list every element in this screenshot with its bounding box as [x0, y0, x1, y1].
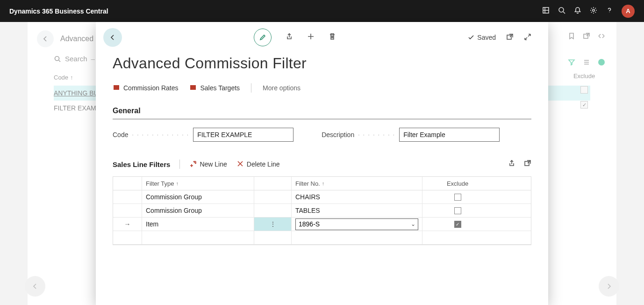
- column-header-filter-no[interactable]: Filter No.↑: [292, 177, 422, 190]
- action-commission-rates[interactable]: Commission Rates: [113, 84, 178, 93]
- new-line-button[interactable]: New Line: [189, 160, 227, 169]
- save-status: Saved: [467, 34, 496, 41]
- share-subpart-icon[interactable]: [508, 160, 515, 169]
- description-input[interactable]: [399, 128, 500, 142]
- dots: · · · · · · · ·: [358, 131, 395, 138]
- app-finder-icon[interactable]: [542, 7, 550, 16]
- new-icon[interactable]: [307, 33, 315, 42]
- delete-line-icon: [236, 160, 244, 169]
- description-label: Description: [322, 131, 354, 138]
- edit-icon[interactable]: [254, 29, 272, 46]
- search-icon[interactable]: [558, 7, 565, 16]
- delete-icon[interactable]: [329, 33, 336, 42]
- column-header-exclude[interactable]: Exclude: [422, 177, 493, 190]
- app-title: Dynamics 365 Business Central: [9, 7, 542, 15]
- table-row[interactable]: Commission Group TABLES: [113, 204, 531, 218]
- table-row[interactable]: [113, 231, 531, 245]
- filters-grid: Filter Type↑ Filter No.↑ Exclude Commiss…: [113, 176, 531, 245]
- gear-icon[interactable]: [590, 7, 597, 16]
- record-card: Saved Advanced Commission Filter Commiss…: [96, 22, 548, 305]
- filter-no-input[interactable]: [295, 218, 418, 230]
- avatar[interactable]: A: [622, 5, 635, 18]
- new-line-icon: [189, 160, 197, 169]
- modal-back-button[interactable]: [103, 28, 122, 47]
- help-icon[interactable]: [606, 7, 613, 16]
- expand-icon[interactable]: [524, 33, 531, 42]
- action-more-options[interactable]: More options: [263, 84, 301, 92]
- popout-subpart-icon[interactable]: [524, 160, 531, 169]
- row-menu-button[interactable]: ⋮: [254, 218, 292, 231]
- page-title: Advanced Commission Filter: [113, 53, 531, 79]
- svg-rect-7: [114, 85, 119, 90]
- exclude-checkbox[interactable]: [454, 207, 461, 214]
- sales-targets-icon: [189, 84, 197, 93]
- svg-rect-8: [190, 85, 196, 90]
- column-header-filter-type[interactable]: Filter Type↑: [142, 177, 254, 190]
- dots: · · · · · · · · · · · ·: [132, 131, 189, 138]
- table-row[interactable]: → Item ⋮ ⌄ ✓: [113, 218, 531, 231]
- section-general: General: [113, 98, 531, 119]
- action-sales-targets[interactable]: Sales Targets: [189, 84, 240, 93]
- svg-point-1: [559, 7, 564, 12]
- current-row-indicator: →: [113, 218, 142, 231]
- delete-line-button[interactable]: Delete Line: [236, 160, 280, 169]
- commission-rates-icon: [113, 84, 120, 93]
- exclude-checkbox[interactable]: [454, 194, 461, 201]
- exclude-checkbox[interactable]: ✓: [454, 221, 461, 228]
- svg-point-2: [593, 9, 594, 11]
- code-input[interactable]: [193, 128, 293, 142]
- section-sales-line-filters: Sales Line Filters: [113, 160, 170, 168]
- table-row[interactable]: Commission Group CHAIRS: [113, 190, 531, 204]
- bell-icon[interactable]: [574, 7, 581, 16]
- popout-icon[interactable]: [506, 33, 514, 42]
- share-icon[interactable]: [286, 33, 293, 42]
- chevron-down-icon[interactable]: ⌄: [411, 221, 415, 227]
- divider: [179, 160, 180, 169]
- code-label: Code: [113, 131, 128, 138]
- divider: [251, 83, 251, 93]
